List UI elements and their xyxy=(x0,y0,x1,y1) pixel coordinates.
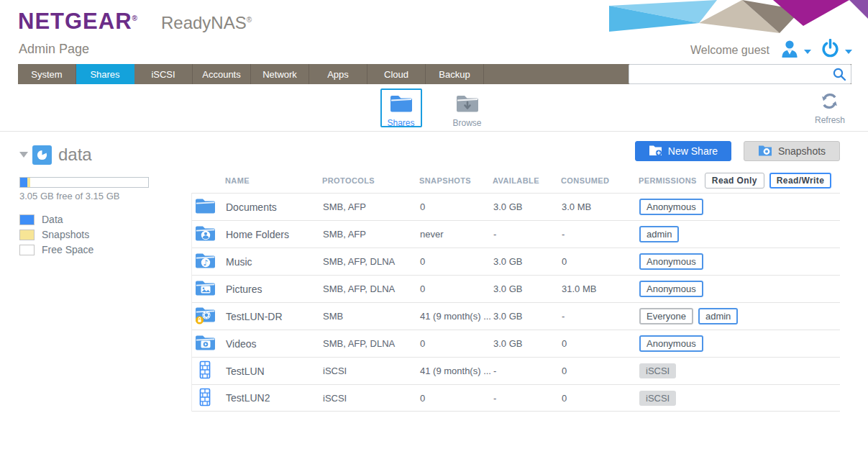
collapse-caret-icon[interactable] xyxy=(19,152,28,158)
usage-legend: DataSnapshotsFree Space xyxy=(19,214,191,255)
permission-badge[interactable]: iSCSI xyxy=(639,363,676,378)
filter-read-write[interactable]: Read/Write xyxy=(769,173,831,189)
permission-badge[interactable]: Everyone xyxy=(639,308,693,324)
share-permissions: iSCSI xyxy=(639,363,840,378)
permission-badge[interactable]: admin xyxy=(698,308,738,324)
snapshots-label: Snapshots xyxy=(778,145,826,157)
permission-badge[interactable]: iSCSI xyxy=(639,391,676,406)
nav-spacer xyxy=(484,64,629,84)
table-row[interactable]: TestLUN2 iSCSI 0 - 0 iSCSI xyxy=(192,384,840,412)
share-protocols: iSCSI xyxy=(323,366,420,376)
search-icon[interactable] xyxy=(833,68,846,81)
shares-main: New Share Snapshots NAME PROTOCOLS SNAPS… xyxy=(191,132,840,412)
new-share-button[interactable]: New Share xyxy=(635,141,731,161)
folder-music-icon: ♪ xyxy=(195,260,215,271)
permission-badge[interactable]: Anonymous xyxy=(639,199,703,215)
table-row[interactable]: TestLUN iSCSI 41 (9 month(s) ... - 0 iSC… xyxy=(192,357,840,384)
permission-badge[interactable]: Anonymous xyxy=(639,335,703,352)
col-name: NAME xyxy=(225,176,322,185)
share-name: Documents xyxy=(226,201,323,213)
share-name: TestLUN-DR xyxy=(226,311,323,322)
tab-cloud[interactable]: Cloud xyxy=(367,64,426,84)
share-consumed: 0 xyxy=(562,393,639,404)
share-name: Home Folders xyxy=(226,229,323,240)
user-menu-caret-icon[interactable] xyxy=(804,50,811,54)
share-permissions: Anonymous xyxy=(639,253,840,270)
lun-icon xyxy=(195,398,215,409)
svg-text:♪: ♪ xyxy=(203,258,208,268)
share-snapshots: 0 xyxy=(420,338,493,349)
share-available: 3.0 GB xyxy=(493,201,562,212)
table-header: NAME PROTOCOLS SNAPSHOTS AVAILABLE CONSU… xyxy=(191,168,840,193)
share-table-body: Documents SMB, AFP 0 3.0 GB 3.0 MB Anony… xyxy=(191,193,840,412)
volume-sidebar: data 3.05 GB free of 3.15 GB DataSnapsho… xyxy=(0,132,191,412)
share-snapshots: 0 xyxy=(420,393,493,404)
share-protocols: SMB, AFP, DLNA xyxy=(323,256,420,267)
col-available: AVAILABLE xyxy=(493,176,561,185)
share-name: TestLUN xyxy=(226,366,323,377)
snapshots-button[interactable]: Snapshots xyxy=(744,141,840,161)
tab-iscsi[interactable]: iSCSI xyxy=(134,64,193,84)
share-snapshots: 0 xyxy=(420,256,493,267)
tab-shares[interactable]: Shares xyxy=(76,64,134,84)
pie-chart-icon xyxy=(32,145,52,165)
refresh-label: Refresh xyxy=(815,115,845,125)
share-protocols: SMB, AFP, DLNA xyxy=(323,283,420,294)
permission-badge[interactable]: admin xyxy=(639,226,679,242)
view-label: Shares xyxy=(387,118,414,128)
tab-system[interactable]: System xyxy=(18,64,76,84)
table-row[interactable]: Home Folders SMB, AFP never - - admin xyxy=(192,220,840,248)
share-consumed: 3.0 MB xyxy=(562,201,639,212)
nav-tabs: SystemSharesiSCSIAccountsNetworkAppsClou… xyxy=(18,64,484,84)
tab-accounts[interactable]: Accounts xyxy=(193,64,251,84)
permission-badge[interactable]: Anonymous xyxy=(639,253,703,270)
power-menu-caret-icon[interactable] xyxy=(845,50,852,54)
share-consumed: 0 xyxy=(562,256,639,267)
volume-header[interactable]: data xyxy=(19,145,191,165)
tab-apps[interactable]: Apps xyxy=(309,64,367,84)
table-row[interactable]: Documents SMB, AFP 0 3.0 GB 3.0 MB Anony… xyxy=(192,193,840,220)
folder-shares-icon xyxy=(390,94,413,116)
lun-icon xyxy=(195,371,215,381)
share-permissions: Anonymous xyxy=(639,281,840,297)
share-available: - xyxy=(493,393,562,404)
share-protocols: SMB xyxy=(323,311,420,322)
share-protocols: SMB, AFP xyxy=(323,229,420,240)
col-protocols: PROTOCOLS xyxy=(322,176,419,185)
tab-network[interactable]: Network xyxy=(251,64,309,84)
new-share-folder-icon xyxy=(649,144,662,158)
view-shares[interactable]: Shares xyxy=(380,88,422,127)
share-protocols: SMB, AFP xyxy=(323,201,420,212)
search-input[interactable] xyxy=(629,65,851,83)
share-name: TestLUN2 xyxy=(226,392,323,404)
legend-item: Data xyxy=(19,214,191,225)
share-consumed: 0 xyxy=(562,366,639,376)
legend-item: Free Space xyxy=(19,244,191,255)
filter-read-only[interactable]: Read Only xyxy=(705,173,764,189)
share-name: Videos xyxy=(226,338,323,350)
share-consumed: 31.0 MB xyxy=(562,283,639,294)
legend-swatch xyxy=(19,230,35,240)
share-snapshots: 0 xyxy=(420,283,493,294)
legend-label: Snapshots xyxy=(42,229,89,240)
user-icon[interactable] xyxy=(780,40,799,61)
refresh-button[interactable]: Refresh xyxy=(815,91,845,125)
share-permissions: iSCSI xyxy=(639,391,840,406)
share-available: 3.0 GB xyxy=(493,338,562,349)
view-browse[interactable]: Browse xyxy=(447,88,488,127)
tab-backup[interactable]: Backup xyxy=(426,64,484,84)
share-available: - xyxy=(493,229,562,240)
table-row[interactable]: Videos SMB, AFP, DLNA 0 3.0 GB 0 Anonymo… xyxy=(192,330,840,357)
legend-swatch xyxy=(19,214,35,225)
power-icon[interactable] xyxy=(821,39,840,61)
main-nav: SystemSharesiSCSIAccountsNetworkAppsClou… xyxy=(18,64,851,84)
table-row[interactable]: TestLUN-DR SMB 41 (9 month(s) ... 3.0 GB… xyxy=(192,302,840,330)
permission-badge[interactable]: Anonymous xyxy=(639,281,703,297)
product-name: ReadyNAS® xyxy=(161,13,252,33)
table-row[interactable]: ♪ Music SMB, AFP, DLNA 0 3.0 GB 0 Anonym… xyxy=(192,248,840,275)
folder-documents-icon xyxy=(195,206,215,217)
share-consumed: - xyxy=(562,229,639,240)
table-row[interactable]: Pictures SMB, AFP, DLNA 0 3.0 GB 31.0 MB… xyxy=(192,275,840,302)
folder-locked-icon xyxy=(195,316,215,327)
share-permissions: Anonymous xyxy=(639,199,840,215)
